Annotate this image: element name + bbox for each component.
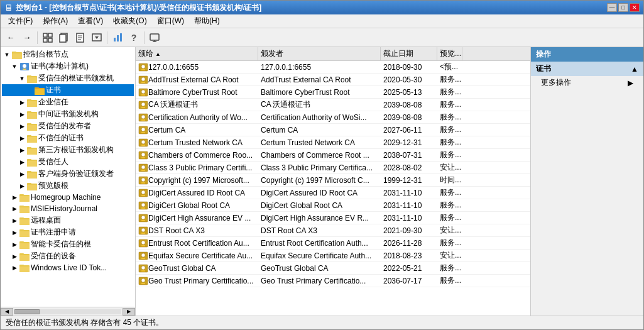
toolbar-btn-2[interactable] (57, 30, 72, 45)
expand-trusted-pub[interactable]: ▶ (18, 123, 26, 130)
menu-window[interactable]: 窗口(W) (152, 14, 189, 28)
table-row[interactable]: CA 沃通根证书 CA 沃通根证书 2039-08-08 服务... (136, 99, 530, 111)
svg-rect-32 (27, 99, 31, 101)
tree-item-homegroup[interactable]: ▶ Homegroup Machine (2, 192, 134, 203)
expand-enterprise[interactable]: ▶ (18, 99, 26, 106)
table-row[interactable]: Equifax Secure Certificate Au... Equifax… (136, 250, 530, 262)
cell-issued-by-value: DigiCert High Assurance EV R... (261, 214, 369, 223)
table-row[interactable]: Baltimore CyberTrust Root Baltimore Cybe… (136, 86, 530, 99)
expand-client-auth[interactable]: ▶ (18, 170, 26, 178)
actions-item-more[interactable]: 更多操作 ▶ (531, 76, 643, 89)
table-row[interactable]: DST Root CA X3 DST Root CA X3 2021-09-30… (136, 224, 530, 237)
tree-item-untrusted[interactable]: ▶ 不信任的证书 (2, 132, 134, 144)
svg-rect-23 (23, 69, 26, 70)
svg-point-112 (141, 216, 145, 219)
tree-item-trusted-devices[interactable]: ▶ 受信任的设备 (2, 250, 134, 262)
table-row[interactable]: DigiCert High Assurance EV ... DigiCert … (136, 212, 530, 224)
table-row[interactable]: Geo Trust Primary Certificatio... Geo Tr… (136, 275, 530, 287)
forward-button[interactable]: → (19, 30, 35, 45)
tree-item-enterprise[interactable]: ▶ 企业信任 (2, 96, 134, 108)
expand-smart-card[interactable]: ▶ (11, 241, 18, 248)
expand-trusted-people[interactable]: ▶ (18, 158, 26, 166)
minimize-button[interactable]: — (607, 3, 617, 12)
expand-cert-enroll[interactable]: ▶ (11, 229, 18, 236)
col-header-expiry[interactable]: 截止日期 (381, 47, 437, 60)
table-row[interactable]: GeoTrust Global CA GeoTrust Global CA 20… (136, 262, 530, 275)
expand-root[interactable]: ▼ (3, 51, 11, 58)
table-row[interactable]: AddTrust External CA Root AddTrust Exter… (136, 74, 530, 86)
toolbar-btn-3[interactable] (73, 30, 88, 45)
toolbar-btn-4[interactable] (89, 30, 104, 45)
cell-expiry: 2031-11-10 (381, 201, 437, 210)
col-header-issued-by[interactable]: 颁发者 (258, 47, 381, 60)
expand-trusted-root[interactable]: ▼ (18, 75, 26, 82)
expand-untrusted[interactable]: ▶ (18, 135, 26, 142)
tree-item-trusted-root[interactable]: ▼ 受信任的根证书颁发机 (2, 72, 134, 84)
hscroll-right[interactable]: ▶ (123, 308, 135, 316)
hscroll-left[interactable]: ◀ (1, 308, 13, 316)
expand-windows-live[interactable]: ▶ (11, 264, 18, 272)
tree-item-certs[interactable]: ▼ 证书(本地计算机) (2, 60, 134, 72)
tree-item-smart-card[interactable]: ▶ 智能卡受信任的根 (2, 238, 134, 250)
expand-certs[interactable]: ▼ (11, 63, 18, 70)
restore-button[interactable]: □ (618, 3, 628, 12)
tree-hscrollbar[interactable]: ◀ ▶ (1, 307, 135, 316)
col-header-issued-to[interactable]: 颁给 ▲ (136, 47, 258, 60)
expand-msie[interactable]: ▶ (11, 205, 18, 212)
table-row[interactable]: Entrust Root Certification Au... Entrust… (136, 237, 530, 250)
cell-preview: 服务... (437, 187, 462, 198)
toolbar-btn-1[interactable] (40, 30, 55, 45)
tree-item-preview[interactable]: ▶ 预览版根 (2, 180, 134, 192)
toolbar: ← → (1, 28, 643, 47)
toolbar-btn-5[interactable] (110, 30, 125, 45)
menu-favorites[interactable]: 收藏夹(O) (108, 14, 151, 28)
tree-item-msie[interactable]: ▶ MSIEHistoryJournal (2, 203, 134, 214)
toolbar-btn-6[interactable] (147, 30, 162, 45)
svg-rect-104 (141, 182, 145, 184)
menu-action[interactable]: 操作(A) (38, 14, 73, 28)
table-row[interactable]: Certum CA Certum CA 2027-06-11 服务... (136, 124, 530, 136)
cell-issued-to: 127.0.0.1:6655 (136, 62, 258, 72)
cell-preview-value: 服务... (440, 87, 461, 97)
table-row[interactable]: Chambers of Commerce Roo... Chambers of … (136, 149, 530, 162)
expand-third-party[interactable]: ▶ (18, 146, 26, 154)
svg-point-22 (23, 64, 26, 68)
menu-file[interactable]: 文件(F) (3, 14, 38, 28)
tree-item-remote[interactable]: ▶ 远程桌面 (2, 214, 134, 226)
cell-expiry: 2028-08-02 (381, 163, 437, 172)
tree-item-trusted-pub[interactable]: ▶ 受信任的发布者 (2, 120, 134, 132)
tree-item-third-party[interactable]: ▶ 第三方根证书颁发机构 (2, 144, 134, 156)
expand-certs-sub[interactable] (26, 87, 33, 94)
folder-icon-trusted-root (27, 74, 37, 84)
expand-preview[interactable]: ▶ (18, 182, 26, 190)
close-button[interactable]: ✕ (630, 3, 640, 12)
expand-remote[interactable]: ▶ (11, 217, 18, 224)
menu-help[interactable]: 帮助(H) (189, 14, 225, 28)
tree-item-client-auth[interactable]: ▶ 客户端身份验证颁发者 (2, 168, 134, 180)
tree-item-trusted-people[interactable]: ▶ 受信任人 (2, 156, 134, 168)
expand-intermediate[interactable]: ▶ (18, 111, 26, 118)
table-row[interactable]: Copyright (c) 1997 Microsoft... Copyrigh… (136, 174, 530, 187)
cell-issued-to: Baltimore CyberTrust Root (136, 87, 258, 97)
menu-view[interactable]: 查看(V) (73, 14, 108, 28)
table-row[interactable]: Certum Trusted Network CA Certum Trusted… (136, 136, 530, 149)
actions-collapse-icon[interactable]: ▲ (631, 65, 638, 74)
cell-issued-to: AddTrust External CA Root (136, 75, 258, 85)
tree-item-intermediate[interactable]: ▶ 中间证书颁发机构 (2, 108, 134, 120)
tree-item-windows-live[interactable]: ▶ Windows Live ID Tok... (2, 262, 134, 273)
col-header-preview[interactable]: 预览... (437, 47, 462, 60)
table-row[interactable]: DigiCert Global Root CA DigiCert Global … (136, 199, 530, 212)
table-row[interactable]: Class 3 Public Primary Certifi... Class … (136, 162, 530, 174)
expand-trusted-devices[interactable]: ▶ (11, 253, 18, 260)
tree-item-root[interactable]: ▼ 控制台根节点 (2, 48, 134, 60)
hscroll-thumb[interactable] (14, 309, 40, 314)
expand-homegroup[interactable]: ▶ (11, 194, 18, 201)
cell-expiry: 2031-11-10 (381, 214, 437, 223)
back-button[interactable]: ← (3, 30, 18, 45)
tree-item-cert-enroll[interactable]: ▶ 证书注册申请 (2, 226, 134, 238)
help-toolbar-btn[interactable]: ? (126, 30, 141, 45)
table-row[interactable]: 127.0.0.1:6655 127.0.0.1:6655 2018-09-30… (136, 61, 530, 74)
tree-item-certs-sub[interactable]: 证书 (2, 84, 134, 96)
table-row[interactable]: Certification Authority of Wo... Certifi… (136, 111, 530, 124)
table-row[interactable]: DigiCert Assured ID Root CA DigiCert Ass… (136, 187, 530, 199)
